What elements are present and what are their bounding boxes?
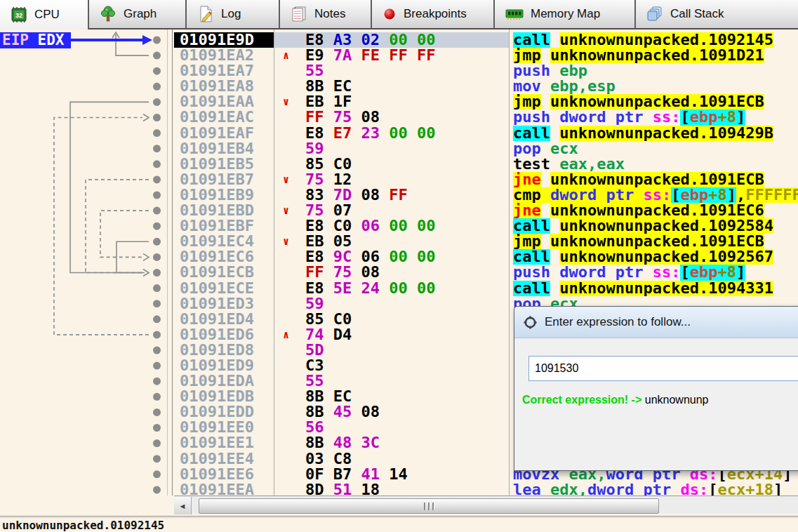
expression-input[interactable]: [528, 356, 798, 381]
address-cell[interactable]: 01091EE0: [174, 420, 274, 435]
address-cell[interactable]: 01091EC4: [174, 234, 274, 249]
bytes-cell[interactable]: 8B 45 08: [274, 404, 509, 420]
disassembly-cell[interactable]: pop ecx: [510, 141, 798, 157]
breakpoint-dot[interactable]: [153, 114, 161, 121]
bytes-cell[interactable]: E8 C0 06 00 00: [274, 218, 509, 234]
breakpoint-dot[interactable]: [153, 98, 161, 106]
address-cell[interactable]: 01091EB7: [174, 172, 274, 187]
breakpoint-dot[interactable]: [153, 238, 161, 246]
address-cell[interactable]: 01091ED6: [174, 327, 274, 343]
disassembly-cell[interactable]: push ebp: [510, 63, 798, 79]
breakpoint-dot[interactable]: [153, 300, 161, 307]
breakpoint-dot[interactable]: [153, 470, 161, 478]
bytes-cell[interactable]: ∧74 D4: [274, 327, 509, 343]
tab-breakpoints[interactable]: Breakpoints: [372, 0, 495, 28]
breakpoint-dot[interactable]: [153, 347, 161, 354]
breakpoint-dot[interactable]: [153, 129, 161, 137]
address-cell[interactable]: 01091EA8: [174, 79, 274, 94]
horizontal-scrollbar[interactable]: ◄: [174, 496, 798, 514]
address-cell[interactable]: 01091EC6: [174, 249, 274, 265]
bytes-cell[interactable]: 03 C8: [274, 451, 509, 467]
address-cell[interactable]: 01091EAF: [174, 126, 274, 141]
tab-graph[interactable]: Graph: [89, 0, 187, 28]
breakpoint-dot[interactable]: [153, 269, 161, 277]
disassembly-cell[interactable]: jmp unknownunpacked.1091ECB: [510, 94, 798, 109]
address-cell[interactable]: 01091EB5: [174, 157, 274, 172]
bytes-cell[interactable]: ∨75 07: [274, 203, 509, 218]
bytes-cell[interactable]: 83 7D 08 FF: [274, 187, 509, 203]
address-cell[interactable]: 01091EE6: [174, 467, 274, 482]
address-cell[interactable]: 01091ECB: [174, 265, 274, 280]
breakpoint-dot[interactable]: [153, 207, 161, 215]
bytes-cell[interactable]: 59: [274, 141, 509, 157]
breakpoint-dot[interactable]: [153, 439, 161, 447]
bytes-cell[interactable]: FF 75 08: [274, 265, 509, 280]
bytes-cell[interactable]: ∨EB 05: [274, 234, 509, 249]
breakpoint-dot[interactable]: [153, 67, 161, 75]
address-cell[interactable]: 01091ED3: [174, 296, 274, 312]
disassembly-cell[interactable]: call unknownunpacked.1092567: [510, 249, 798, 265]
breakpoint-dot[interactable]: [153, 393, 161, 401]
address-cell[interactable]: 01091EAC: [174, 109, 274, 125]
address-cell[interactable]: 01091EE1: [174, 435, 274, 451]
address-cell[interactable]: 01091EDA: [174, 373, 274, 389]
address-cell[interactable]: 01091ED4: [174, 312, 274, 327]
disassembly-cell[interactable]: push dword ptr ss:[ebp+8]: [510, 109, 798, 125]
breakpoint-dot[interactable]: [153, 486, 161, 493]
breakpoint-dot[interactable]: [153, 378, 161, 385]
bytes-cell[interactable]: E8 9C 06 00 00: [274, 249, 509, 265]
breakpoint-dot[interactable]: [153, 284, 161, 292]
disassembly-cell[interactable]: jne unknownunpacked.1091ECB: [510, 172, 798, 187]
bytes-cell[interactable]: ∨75 12: [274, 172, 509, 187]
address-cell[interactable]: 01091EDB: [174, 389, 274, 404]
breakpoint-dot[interactable]: [153, 36, 161, 44]
bytes-cell[interactable]: 8B EC: [274, 389, 509, 404]
tab-call-stack[interactable]: Call Stack: [636, 0, 798, 28]
breakpoint-dot[interactable]: [153, 455, 161, 463]
disassembly-cell[interactable]: call unknownunpacked.1092145: [510, 32, 798, 48]
address-cell[interactable]: 01091EA7: [174, 63, 274, 79]
address-cell[interactable]: 01091EDD: [174, 404, 274, 420]
bytes-cell[interactable]: ∧E9 7A FE FF FF: [274, 48, 509, 63]
address-cell[interactable]: 01091ED9: [174, 358, 274, 373]
scrollbar-thumb[interactable]: [199, 498, 659, 514]
address-cell[interactable]: 01091ED8: [174, 343, 274, 358]
bytes-cell[interactable]: C3: [274, 358, 509, 373]
bytes-cell[interactable]: ∨EB 1F: [274, 94, 509, 109]
disassembly-cell[interactable]: jmp unknownunpacked.1091D21: [510, 48, 798, 63]
address-cell[interactable]: 01091EAA: [174, 94, 274, 109]
breakpoint-dot[interactable]: [153, 83, 161, 91]
disassembly-cell[interactable]: call unknownunpacked.1092584: [510, 218, 798, 234]
breakpoint-dot[interactable]: [153, 52, 161, 60]
address-cell[interactable]: 01091E9D: [174, 32, 274, 48]
disassembly-cell[interactable]: test eax,eax: [510, 157, 798, 172]
disassembly-cell[interactable]: push dword ptr ss:[ebp+8]: [510, 265, 798, 280]
breakpoint-dot[interactable]: [153, 192, 161, 199]
address-cell[interactable]: 01091EE4: [174, 451, 274, 467]
bytes-cell[interactable]: 8B EC: [274, 79, 509, 94]
disassembly-cell[interactable]: cmp dword ptr ss:[ebp+8],FFFFFFFF: [510, 187, 798, 203]
address-cell[interactable]: 01091EBF: [174, 218, 274, 234]
bytes-cell[interactable]: E8 A3 02 00 00: [274, 32, 509, 48]
bytes-cell[interactable]: E8 5E 24 00 00: [274, 281, 509, 296]
disassembly-cell[interactable]: call unknownunpacked.109429B: [510, 126, 798, 141]
bytes-cell[interactable]: 85 C0: [274, 157, 509, 172]
dialog-titlebar[interactable]: Enter expression to follow...: [514, 307, 798, 338]
tab-log[interactable]: Log: [187, 0, 280, 28]
breakpoint-dot[interactable]: [153, 222, 161, 230]
address-cell[interactable]: 01091EB4: [174, 141, 274, 157]
bytes-cell[interactable]: 55: [274, 63, 509, 79]
bytes-cell[interactable]: 5D: [274, 343, 509, 358]
scroll-left-button[interactable]: ◄: [174, 497, 192, 514]
breakpoint-dot[interactable]: [153, 362, 161, 370]
tab-memory-map[interactable]: Memory Map: [495, 0, 636, 28]
disassembly-cell[interactable]: mov ebp,esp: [510, 79, 798, 94]
breakpoint-dot[interactable]: [153, 315, 161, 323]
bytes-cell[interactable]: 56: [274, 420, 509, 435]
bytes-cell[interactable]: 59: [274, 296, 509, 312]
address-cell[interactable]: 01091EA2: [174, 48, 274, 63]
breakpoint-dot[interactable]: [153, 253, 161, 261]
address-cell[interactable]: 01091EBD: [174, 203, 274, 218]
breakpoint-dot[interactable]: [153, 145, 161, 152]
breakpoint-dot[interactable]: [153, 175, 161, 183]
